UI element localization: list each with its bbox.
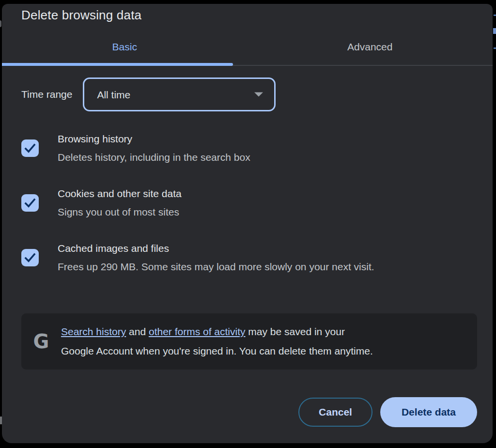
time-range-select[interactable]: All time [83, 77, 276, 111]
checkmark-icon [23, 141, 37, 155]
checkbox-description: Deletes history, including in the search… [58, 151, 477, 164]
checkbox-list: Browsing history Deletes history, includ… [21, 132, 477, 296]
cookies-checkbox[interactable] [21, 194, 39, 212]
time-range-label: Time range [21, 89, 72, 100]
checkbox-text: Cached images and files Frees up 290 MB.… [58, 241, 477, 274]
backdrop-fragment [494, 15, 496, 16]
notice-text-segment: may be saved in your [246, 326, 345, 337]
checkbox-row-cached-images[interactable]: Cached images and files Frees up 290 MB.… [21, 241, 477, 274]
dialog-body: Time range All time Browsing history Del… [2, 66, 493, 443]
search-history-link[interactable]: Search history [61, 326, 126, 337]
notice-line-1: Search history and other forms of activi… [61, 322, 373, 341]
backdrop-fragment [494, 47, 496, 49]
checkbox-label: Cached images and files [58, 241, 477, 256]
notice-line-2: Google Account when you're signed in. Yo… [61, 341, 373, 361]
active-tab-indicator [2, 63, 233, 66]
dialog-buttons: Cancel Delete data [21, 397, 477, 443]
tab-bar: Basic Advanced [2, 29, 493, 66]
checkbox-text: Browsing history Deletes history, includ… [58, 132, 477, 164]
checkbox-label: Browsing history [58, 132, 477, 146]
cancel-button[interactable]: Cancel [298, 398, 372, 427]
checkbox-description: Signs you out of most sites [58, 205, 477, 219]
delete-data-button[interactable]: Delete data [380, 397, 477, 427]
notice-text: Search history and other forms of activi… [61, 322, 373, 361]
cached-images-checkbox[interactable] [21, 249, 39, 266]
dialog-title: Delete browsing data [2, 4, 493, 22]
checkbox-text: Cookies and other site data Signs you ou… [58, 186, 477, 219]
checkbox-row-browsing-history[interactable]: Browsing history Deletes history, includ… [21, 132, 477, 164]
google-g-icon: G [32, 330, 50, 353]
checkbox-description: Frees up 290 MB. Some sites may load mor… [58, 260, 477, 274]
browsing-history-checkbox[interactable] [21, 139, 39, 157]
checkbox-label: Cookies and other site data [58, 186, 477, 201]
google-account-notice: G Search history and other forms of acti… [21, 313, 477, 370]
delete-browsing-data-dialog: Delete browsing data Basic Advanced Time… [2, 4, 493, 443]
backdrop-fragment [0, 20, 1, 27]
time-range-row: Time range All time [21, 77, 477, 111]
checkbox-row-cookies[interactable]: Cookies and other site data Signs you ou… [21, 186, 477, 219]
time-range-select-wrap: All time [83, 77, 276, 111]
notice-text-segment: and [126, 326, 149, 337]
tab-advanced[interactable]: Advanced [248, 29, 493, 65]
checkmark-icon [23, 196, 37, 210]
backdrop-fragment [493, 28, 496, 34]
checkmark-icon [23, 251, 37, 264]
tab-basic[interactable]: Basic [2, 29, 248, 65]
other-forms-of-activity-link[interactable]: other forms of activity [149, 326, 246, 337]
